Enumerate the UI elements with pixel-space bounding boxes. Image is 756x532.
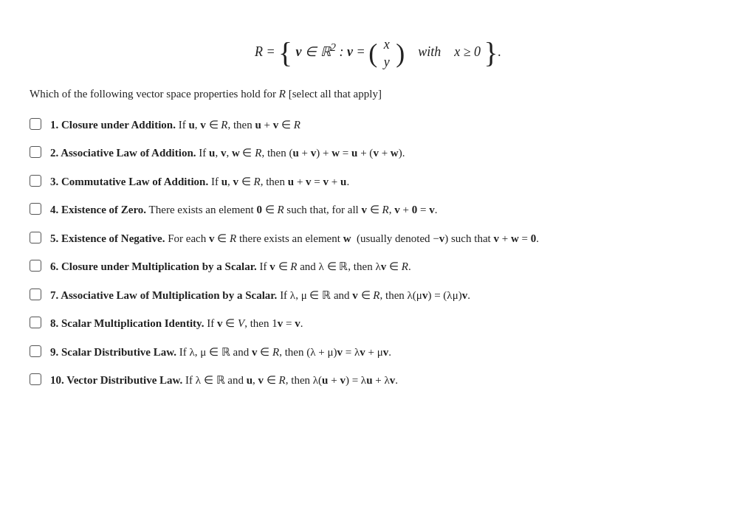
checkbox-6[interactable] <box>30 260 41 272</box>
equation-block: R = { v ∈ ℝ2 : v = ( x y ) with x ≥ 0 }. <box>30 35 726 72</box>
checkbox-9[interactable] <box>30 345 41 357</box>
property-text-7: 7. Associative Law of Multiplication by … <box>50 287 726 304</box>
property-list: 1. Closure under Addition. If u, v ∈ R, … <box>30 117 726 389</box>
property-item-8: 8. Scalar Multiplication Identity. If v … <box>30 315 726 332</box>
question-text: Which of the following vector space prop… <box>30 88 726 100</box>
checkbox-7[interactable] <box>30 289 41 300</box>
property-item-9: 9. Scalar Distributive Law. If λ, μ ∈ ℝ … <box>30 344 726 361</box>
checkbox-5[interactable] <box>30 232 41 243</box>
property-text-6: 6. Closure under Multiplication by a Sca… <box>50 258 726 275</box>
property-text-9: 9. Scalar Distributive Law. If λ, μ ∈ ℝ … <box>50 344 726 361</box>
property-text-3: 3. Commutative Law of Addition. If u, v … <box>50 173 726 190</box>
checkbox-1[interactable] <box>30 118 41 130</box>
property-item-1: 1. Closure under Addition. If u, v ∈ R, … <box>30 117 726 134</box>
property-item-2: 2. Associative Law of Addition. If u, v,… <box>30 145 726 162</box>
checkbox-10[interactable] <box>30 373 41 385</box>
property-item-3: 3. Commutative Law of Addition. If u, v … <box>30 173 726 190</box>
property-item-4: 4. Existence of Zero. There exists an el… <box>30 201 726 218</box>
property-text-8: 8. Scalar Multiplication Identity. If v … <box>50 315 726 332</box>
property-item-5: 5. Existence of Negative. For each v ∈ R… <box>30 230 726 247</box>
property-text-5: 5. Existence of Negative. For each v ∈ R… <box>50 230 726 247</box>
property-text-10: 10. Vector Distributive Law. If λ ∈ ℝ an… <box>50 372 726 389</box>
property-text-1: 1. Closure under Addition. If u, v ∈ R, … <box>50 117 726 134</box>
checkbox-8[interactable] <box>30 317 41 328</box>
property-item-7: 7. Associative Law of Multiplication by … <box>30 287 726 304</box>
checkbox-2[interactable] <box>30 146 41 158</box>
property-item-10: 10. Vector Distributive Law. If λ ∈ ℝ an… <box>30 372 726 389</box>
checkbox-4[interactable] <box>30 203 41 215</box>
checkbox-3[interactable] <box>30 175 41 187</box>
property-text-4: 4. Existence of Zero. There exists an el… <box>50 201 726 218</box>
property-text-2: 2. Associative Law of Addition. If u, v,… <box>50 145 726 162</box>
property-item-6: 6. Closure under Multiplication by a Sca… <box>30 258 726 275</box>
